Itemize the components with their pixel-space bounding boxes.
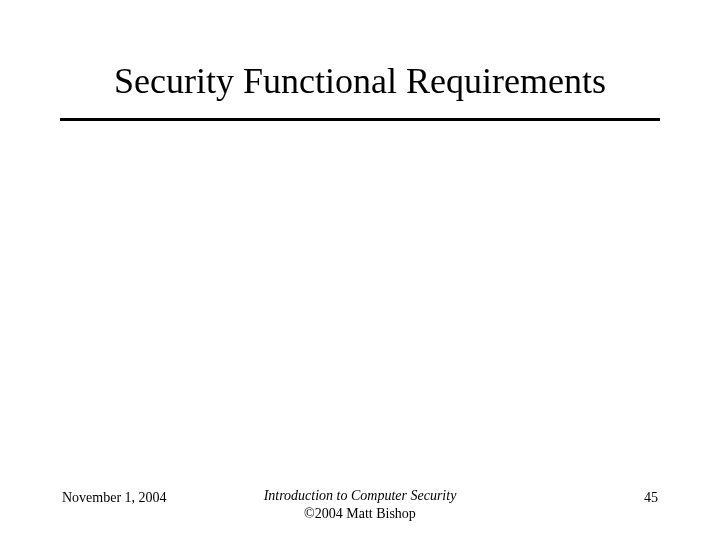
slide-title: Security Functional Requirements: [0, 60, 720, 102]
footer-copyright: ©2004 Matt Bishop: [0, 505, 720, 523]
slide: Security Functional Requirements Novembe…: [0, 0, 720, 540]
footer-book-title: Introduction to Computer Security: [0, 487, 720, 505]
footer-page-number: 45: [644, 490, 658, 506]
footer-center: Introduction to Computer Security ©2004 …: [0, 487, 720, 522]
slide-footer: November 1, 2004 Introduction to Compute…: [0, 486, 720, 526]
title-underline: [60, 118, 660, 121]
